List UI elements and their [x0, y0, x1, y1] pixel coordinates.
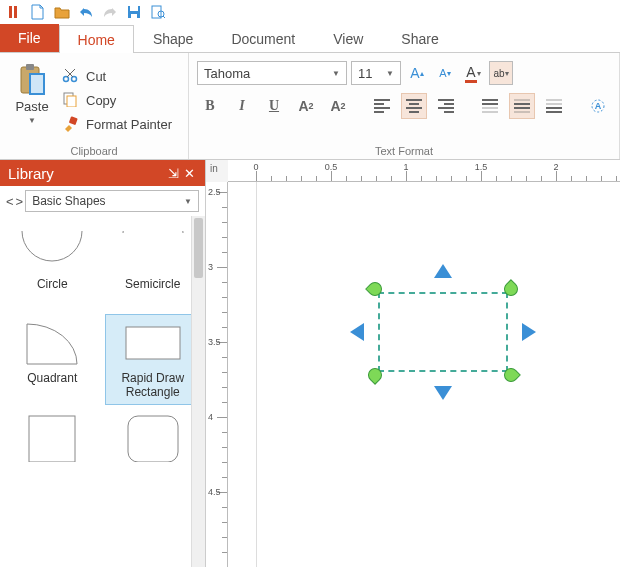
- canvas[interactable]: [228, 182, 620, 567]
- svg-rect-23: [128, 416, 178, 462]
- tab-document[interactable]: Document: [212, 24, 314, 52]
- tab-home[interactable]: Home: [59, 25, 134, 53]
- copy-label: Copy: [86, 93, 116, 108]
- preview-icon[interactable]: [150, 4, 166, 20]
- close-icon[interactable]: ✕: [181, 166, 197, 181]
- font-color-button[interactable]: A▾: [461, 61, 485, 85]
- svg-rect-1: [14, 6, 17, 18]
- svg-rect-17: [67, 96, 76, 107]
- ribbon: Paste ▼ Cut Copy Format Painter Clipboar…: [0, 52, 620, 160]
- italic-button[interactable]: I: [229, 93, 255, 119]
- format-painter-button[interactable]: Format Painter: [62, 115, 172, 133]
- paste-label: Paste: [15, 99, 48, 114]
- library-title: Library: [8, 165, 54, 182]
- format-painter-label: Format Painter: [86, 117, 172, 132]
- ruler-unit: in: [210, 163, 218, 174]
- scrollbar-thumb[interactable]: [194, 218, 203, 278]
- undo-icon[interactable]: [78, 4, 94, 20]
- align-center-button[interactable]: [401, 93, 427, 119]
- group-text-format: Tahoma ▼ 11 ▼ A▴ A▾ A▾ ab▾ B I U A2 A2: [189, 53, 620, 159]
- font-name: Tahoma: [204, 66, 250, 81]
- group-clipboard: Paste ▼ Cut Copy Format Painter Clipboar…: [0, 53, 189, 159]
- svg-rect-0: [9, 6, 12, 18]
- group-title-clipboard: Clipboard: [8, 143, 180, 157]
- svg-text:A: A: [595, 101, 602, 111]
- copy-button[interactable]: Copy: [62, 91, 172, 109]
- copy-icon: [62, 91, 80, 109]
- library-nav: < > Basic Shapes ▼: [0, 186, 205, 216]
- chevron-down-icon: ▼: [386, 69, 394, 78]
- app-logo-icon: [6, 4, 22, 20]
- align-top-button[interactable]: [477, 93, 503, 119]
- cut-button[interactable]: Cut: [62, 67, 172, 85]
- shape-semicircle[interactable]: Semicircle: [105, 220, 202, 310]
- svg-rect-21: [126, 327, 180, 359]
- prev-category-button[interactable]: <: [6, 194, 12, 209]
- shrink-font-button[interactable]: A▾: [433, 61, 457, 85]
- tab-shape[interactable]: Shape: [134, 24, 212, 52]
- library-header: Library ⇲ ✕: [0, 160, 205, 186]
- tab-view[interactable]: View: [314, 24, 382, 52]
- grow-font-button[interactable]: A▴: [405, 61, 429, 85]
- font-select[interactable]: Tahoma ▼: [197, 61, 347, 85]
- svg-point-12: [64, 77, 69, 82]
- shape-quadrant[interactable]: Quadrant: [4, 314, 101, 405]
- paste-button[interactable]: Paste ▼: [8, 57, 56, 143]
- font-size-select[interactable]: 11 ▼: [351, 61, 401, 85]
- svg-rect-11: [31, 75, 43, 93]
- new-doc-icon[interactable]: [30, 4, 46, 20]
- redo-icon: [102, 4, 118, 20]
- underline-button[interactable]: U: [261, 93, 287, 119]
- brush-icon: [62, 115, 80, 133]
- save-icon[interactable]: [126, 4, 142, 20]
- main-area: Library ⇲ ✕ < > Basic Shapes ▼ Circle Se…: [0, 160, 620, 567]
- font-size: 11: [358, 66, 372, 81]
- cut-label: Cut: [86, 69, 106, 84]
- connect-arrow-left[interactable]: [350, 323, 364, 341]
- shape-square[interactable]: [4, 409, 101, 499]
- subscript-button[interactable]: A2: [325, 93, 351, 119]
- ribbon-tabs: File Home Shape Document View Share: [0, 24, 620, 52]
- open-icon[interactable]: [54, 4, 70, 20]
- tab-share[interactable]: Share: [382, 24, 457, 52]
- svg-point-13: [72, 77, 77, 82]
- highlight-button[interactable]: ab▾: [489, 61, 513, 85]
- shape-rounded-rect[interactable]: [105, 409, 202, 499]
- shapes-grid: Circle Semicircle Quadrant Rapid Draw Re…: [0, 216, 205, 503]
- category-select[interactable]: Basic Shapes ▼: [25, 190, 199, 212]
- connect-arrow-down[interactable]: [434, 386, 452, 400]
- bold-button[interactable]: B: [197, 93, 223, 119]
- shape-rectangle[interactable]: [378, 292, 508, 372]
- pin-icon[interactable]: ⇲: [165, 166, 181, 181]
- superscript-button[interactable]: A2: [293, 93, 319, 119]
- svg-rect-3: [130, 6, 138, 11]
- chevron-down-icon: ▼: [332, 69, 340, 78]
- align-middle-button[interactable]: [509, 93, 535, 119]
- quick-access-toolbar: [0, 0, 620, 24]
- selected-shape[interactable]: [378, 292, 508, 372]
- shape-rapid-draw-rectangle[interactable]: Rapid Draw Rectangle: [105, 314, 202, 405]
- category-label: Basic Shapes: [32, 194, 105, 208]
- chevron-down-icon: ▼: [184, 197, 192, 206]
- svg-line-7: [163, 16, 165, 18]
- connect-arrow-right[interactable]: [522, 323, 536, 341]
- scissors-icon: [62, 67, 80, 85]
- align-bottom-button[interactable]: [541, 93, 567, 119]
- connect-arrow-up[interactable]: [434, 264, 452, 278]
- align-left-button[interactable]: [369, 93, 395, 119]
- shape-circle[interactable]: Circle: [4, 220, 101, 310]
- library-scrollbar[interactable]: [191, 216, 205, 567]
- text-rotation-button[interactable]: A: [585, 93, 611, 119]
- svg-rect-4: [131, 14, 137, 18]
- file-tab[interactable]: File: [0, 24, 59, 52]
- page-edge: [256, 182, 257, 567]
- next-category-button[interactable]: >: [16, 194, 22, 209]
- svg-rect-22: [29, 416, 75, 462]
- svg-rect-18: [69, 116, 78, 125]
- canvas-area: in 00.511.52 2.533.544.5: [206, 160, 620, 567]
- align-right-button[interactable]: [433, 93, 459, 119]
- library-panel: Library ⇲ ✕ < > Basic Shapes ▼ Circle Se…: [0, 160, 206, 567]
- paste-icon: [17, 63, 47, 97]
- ruler-horizontal: in 00.511.52: [228, 160, 620, 182]
- group-title-textformat: Text Format: [197, 143, 611, 157]
